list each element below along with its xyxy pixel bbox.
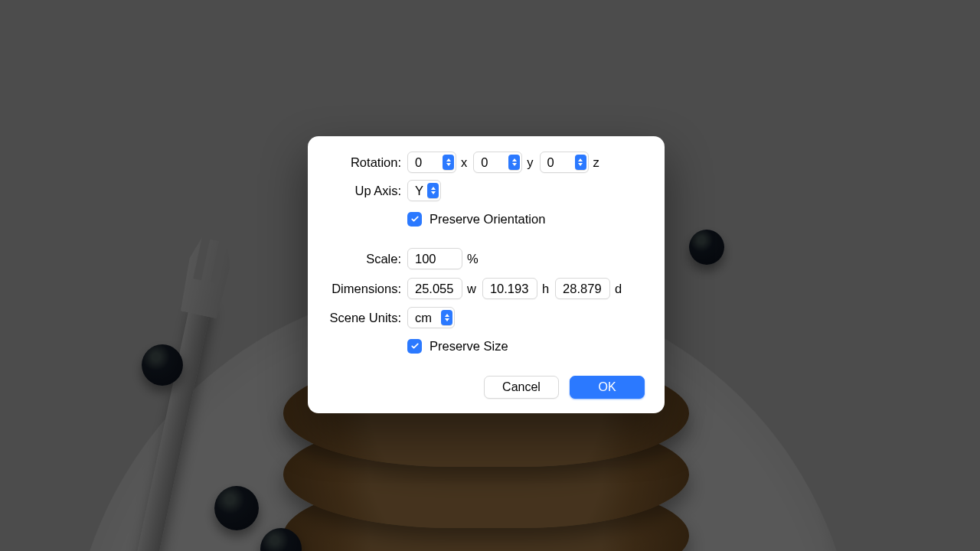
- check-icon: [410, 341, 420, 350]
- preserve-size-label: Preserve Size: [430, 339, 508, 354]
- scale-suffix: %: [462, 252, 485, 266]
- dimensions-h-input[interactable]: 10.193: [482, 278, 537, 299]
- import-settings-dialog: Rotation: 0 x 0 y 0 z Up Axis: Y Preserv…: [308, 136, 665, 413]
- scene-units-select[interactable]: cm: [407, 307, 455, 328]
- rotation-y-suffix: y: [522, 155, 539, 170]
- dimensions-d-suffix: d: [610, 282, 628, 296]
- dimensions-w-input[interactable]: 25.055: [407, 278, 462, 299]
- dimensions-label: Dimensions:: [308, 282, 407, 296]
- rotation-x-suffix: x: [456, 155, 473, 170]
- dimensions-d-input[interactable]: 28.879: [555, 278, 610, 299]
- stepper-icon[interactable]: [575, 155, 586, 170]
- dimensions-h-suffix: h: [537, 282, 555, 296]
- rotation-z-suffix: z: [589, 155, 606, 170]
- rotation-label: Rotation:: [308, 155, 407, 170]
- preserve-orientation-label: Preserve Orientation: [430, 212, 545, 227]
- stepper-icon[interactable]: [443, 155, 454, 170]
- preserve-orientation-checkbox[interactable]: [407, 212, 422, 227]
- check-icon: [410, 214, 420, 223]
- cancel-button[interactable]: Cancel: [484, 376, 559, 399]
- ok-button[interactable]: OK: [570, 376, 645, 399]
- scene-units-label: Scene Units:: [308, 311, 407, 325]
- rotation-x-input[interactable]: 0: [407, 152, 456, 173]
- chevrons-icon[interactable]: [441, 310, 452, 325]
- chevrons-icon[interactable]: [427, 183, 439, 198]
- up-axis-select[interactable]: Y: [407, 180, 441, 201]
- rotation-z-input[interactable]: 0: [540, 152, 589, 173]
- stepper-icon[interactable]: [508, 155, 520, 170]
- preserve-size-checkbox[interactable]: [407, 339, 422, 354]
- dimensions-w-suffix: w: [462, 282, 482, 296]
- up-axis-label: Up Axis:: [308, 184, 407, 198]
- scale-label: Scale:: [308, 252, 407, 266]
- rotation-y-input[interactable]: 0: [473, 152, 522, 173]
- scale-input[interactable]: 100: [407, 248, 462, 269]
